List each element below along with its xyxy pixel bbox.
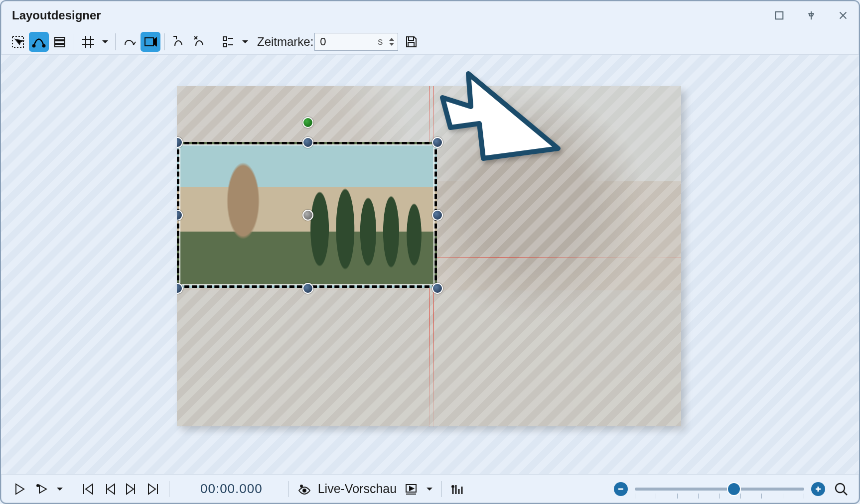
toolbar-separator	[164, 33, 165, 50]
save-icon[interactable]	[401, 32, 421, 52]
svg-point-13	[300, 485, 302, 487]
svg-rect-6	[55, 44, 65, 47]
layers-tool-icon[interactable]	[50, 32, 70, 52]
zoom-in-button[interactable]	[811, 482, 825, 496]
play-from-button-icon[interactable]	[32, 480, 51, 499]
svg-point-14	[303, 489, 306, 492]
toolbar-separator	[288, 481, 289, 497]
toolbar-separator	[74, 33, 74, 50]
time-label: Zeitmarke:	[257, 35, 313, 49]
step-back-icon[interactable]	[100, 480, 119, 499]
play-dropdown-icon[interactable]	[54, 485, 66, 493]
zoom-ticks	[635, 494, 804, 499]
cursor-arrow-icon	[438, 59, 568, 188]
time-unit: s	[378, 36, 383, 47]
svg-point-3	[43, 44, 45, 47]
skip-start-icon[interactable]	[78, 480, 97, 499]
svg-rect-8	[223, 37, 227, 40]
svg-rect-7	[145, 38, 153, 46]
svg-rect-9	[223, 43, 227, 47]
histogram-icon[interactable]	[448, 480, 467, 499]
svg-rect-0	[776, 12, 783, 19]
skip-end-icon[interactable]	[144, 480, 163, 499]
camera-frame-tool-icon[interactable]	[141, 32, 160, 52]
play-button-icon[interactable]	[10, 480, 29, 499]
keyframe-remove-icon[interactable]	[190, 32, 210, 52]
zoom-fit-icon[interactable]	[832, 480, 850, 498]
selection-tool-icon[interactable]	[8, 32, 28, 52]
resize-handle-s[interactable]	[302, 283, 313, 294]
canvas-area[interactable]	[1, 55, 859, 474]
svg-point-2	[33, 44, 35, 47]
svg-point-12	[37, 485, 39, 487]
live-preview-play-icon[interactable]	[402, 480, 421, 499]
grid-tool-icon[interactable]	[78, 32, 98, 52]
time-value: 0	[320, 35, 326, 48]
keyframe-add-icon[interactable]	[169, 32, 189, 52]
align-dropdown-icon[interactable]	[239, 38, 251, 46]
step-forward-icon[interactable]	[122, 480, 141, 499]
path-tool-icon[interactable]	[120, 32, 140, 52]
align-tool-icon[interactable]	[218, 32, 238, 52]
toolbar-separator	[115, 33, 116, 50]
center-handle[interactable]	[302, 210, 313, 221]
resize-handle-e[interactable]	[432, 210, 443, 221]
window-buttons	[770, 6, 852, 24]
spinner-up-icon[interactable]	[389, 37, 395, 42]
toolbar-separator	[214, 33, 214, 50]
spinner-down-icon[interactable]	[389, 42, 395, 47]
curve-tool-icon[interactable]	[29, 32, 49, 52]
live-preview-dropdown-icon[interactable]	[424, 485, 435, 493]
close-button[interactable]	[834, 6, 852, 24]
title-bar: Layoutdesigner	[1, 1, 859, 30]
window-title: Layoutdesigner	[12, 8, 101, 22]
toolbar-separator	[169, 481, 169, 497]
svg-rect-4	[55, 37, 65, 40]
rotation-handle[interactable]	[302, 117, 313, 128]
zoom-slider[interactable]	[635, 488, 804, 491]
timecode-display: 00:00.000	[200, 481, 263, 497]
grid-dropdown-icon[interactable]	[99, 38, 111, 46]
time-input[interactable]: 0 s	[314, 33, 398, 51]
live-preview-label: Live-Vorschau	[318, 482, 397, 496]
resize-handle-n[interactable]	[302, 137, 313, 148]
pin-button[interactable]	[802, 6, 820, 24]
zoom-controls	[614, 480, 850, 498]
live-preview-eye-icon[interactable]	[295, 480, 314, 499]
resize-handle-se[interactable]	[432, 283, 443, 294]
svg-rect-10	[409, 37, 414, 40]
toolbar-separator	[441, 481, 442, 497]
svg-point-16	[452, 486, 454, 488]
svg-rect-11	[408, 42, 414, 47]
toolbar-separator	[72, 481, 72, 497]
bottom-toolbar: 00:00.000 Live-Vorschau	[1, 474, 859, 503]
svg-rect-5	[55, 41, 65, 43]
svg-point-17	[836, 484, 845, 493]
layout-designer-window: Layoutdesigner	[0, 0, 860, 504]
maximize-button[interactable]	[770, 6, 788, 24]
top-toolbar: Zeitmarke: 0 s	[1, 30, 859, 55]
time-spinner[interactable]	[389, 37, 395, 47]
zoom-out-button[interactable]	[614, 482, 628, 496]
video-clip[interactable]	[177, 86, 681, 426]
